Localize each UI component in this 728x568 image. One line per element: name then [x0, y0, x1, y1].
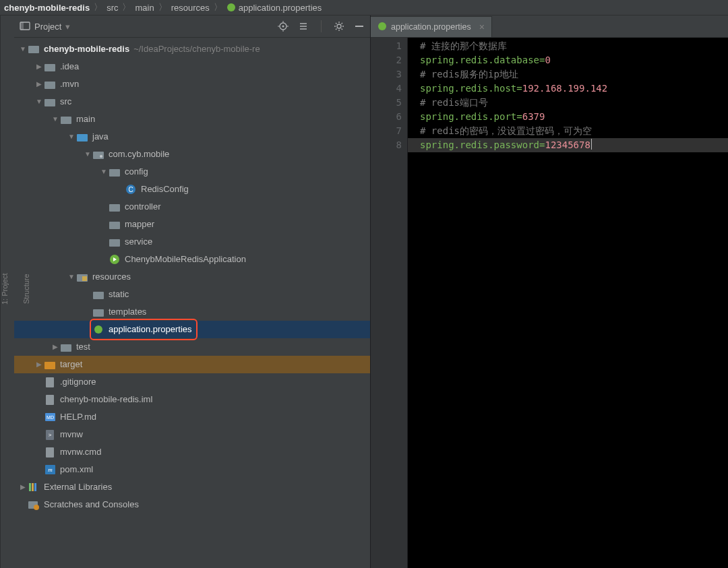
tree-file-mvnw[interactable]: > mvnw — [14, 426, 370, 443]
tree-folder-config[interactable]: ▼ config — [14, 163, 370, 181]
chevron-down-icon[interactable]: ▾ — [65, 22, 70, 32]
tree-folder-static[interactable]: static — [14, 286, 370, 303]
class-icon: C — [125, 183, 137, 195]
crumb-project[interactable]: chenyb-mobile-redis — [4, 3, 90, 13]
svg-rect-52 — [29, 483, 31, 491]
scratches-icon — [28, 499, 40, 511]
svg-point-27 — [100, 155, 102, 158]
tree-file-mvnwcmd[interactable]: mvnw.cmd — [14, 443, 370, 461]
svg-rect-32 — [109, 222, 120, 229]
source-folder-icon — [76, 131, 88, 143]
tree-folder-mapper[interactable]: mapper — [14, 216, 370, 233]
package-icon — [109, 201, 121, 213]
tab-application-properties[interactable]: application.properties × — [371, 16, 492, 37]
svg-rect-2 — [20, 22, 24, 30]
svg-rect-42 — [44, 362, 55, 369]
tool-window-rail[interactable]: 1: Project Structure — [0, 15, 14, 568]
folder-icon — [44, 96, 56, 108]
package-icon — [109, 166, 121, 178]
tree-file-iml[interactable]: chenyb-mobile-redis.iml — [14, 391, 370, 408]
tree-file-pom[interactable]: m pom.xml — [14, 461, 370, 478]
svg-rect-38 — [93, 292, 104, 299]
breadcrumb: chenyb-mobile-redis 〉 src 〉 main 〉 resou… — [0, 0, 728, 15]
tree-folder-src[interactable]: ▼ src — [14, 93, 370, 111]
svg-rect-25 — [77, 134, 88, 141]
resources-folder-icon — [76, 271, 88, 283]
svg-rect-39 — [93, 309, 104, 317]
package-icon — [109, 236, 121, 248]
gear-icon[interactable] — [334, 21, 344, 32]
svg-rect-49 — [46, 447, 54, 457]
tree-class-redisconfig[interactable]: C RedisConfig — [14, 181, 370, 198]
chevron-right-icon: 〉 — [158, 1, 167, 13]
project-header-title[interactable]: Project — [34, 22, 61, 32]
chevron-right-icon: 〉 — [94, 1, 102, 13]
tree-file-gitignore[interactable]: .gitignore — [14, 373, 370, 391]
crumb-main[interactable]: main — [135, 3, 154, 13]
svg-rect-54 — [34, 483, 36, 491]
crumb-src[interactable]: src — [107, 3, 118, 13]
tree-package[interactable]: ▼ com.cyb.mobile — [14, 146, 370, 163]
hide-icon[interactable] — [354, 21, 365, 32]
svg-line-16 — [342, 23, 343, 24]
close-icon[interactable]: × — [479, 22, 485, 32]
library-icon — [28, 481, 40, 493]
chevron-right-icon: ▶ — [34, 75, 44, 93]
tree-folder-idea[interactable]: ▶ .idea — [14, 58, 370, 75]
chevron-right-icon: 〉 — [122, 1, 131, 13]
svg-rect-41 — [61, 344, 71, 352]
svg-rect-19 — [28, 46, 39, 53]
rail-project[interactable]: 1: Project — [1, 273, 9, 304]
chevron-down-icon: ▼ — [83, 146, 92, 163]
svg-rect-22 — [44, 82, 55, 89]
tree-class-application[interactable]: ChenybMobileRedisApplication — [14, 251, 370, 268]
svg-point-9 — [337, 24, 341, 28]
file-icon — [44, 376, 56, 388]
crumb-resources[interactable]: resources — [171, 3, 210, 13]
code-editor[interactable]: 12345678 # 连接的那个数据库spring.redis.database… — [371, 38, 728, 568]
rail-structure[interactable]: Structure — [22, 274, 30, 304]
tree-folder-controller[interactable]: controller — [14, 198, 370, 216]
crumb-file[interactable]: application.properties — [226, 3, 322, 13]
tree-folder-java[interactable]: ▼ java — [14, 128, 370, 146]
svg-point-0 — [227, 3, 235, 11]
chevron-down-icon: ▼ — [18, 40, 28, 58]
spring-icon — [226, 3, 236, 12]
excluded-folder-icon — [44, 358, 56, 371]
tree-folder-test[interactable]: ▶ test — [14, 338, 370, 356]
tree-folder-main[interactable]: ▼ main — [14, 111, 370, 128]
project-header: Project ▾ — [14, 15, 370, 38]
tree-folder-service[interactable]: service — [14, 233, 370, 251]
tree-file-application-properties[interactable]: application.properties — [14, 321, 370, 338]
svg-line-17 — [336, 29, 337, 30]
tree-folder-target[interactable]: ▶ target — [14, 356, 370, 373]
svg-rect-33 — [109, 239, 120, 247]
tree-root[interactable]: ▼ chenyb-mobile-redis ~/IdeaProjects/che… — [14, 40, 370, 58]
svg-line-15 — [342, 29, 343, 30]
code-content[interactable]: # 连接的那个数据库spring.redis.database=0# redis… — [408, 38, 728, 568]
svg-rect-24 — [61, 117, 71, 124]
tree-external-libraries[interactable]: ▶ External Libraries — [14, 478, 370, 496]
project-tool-window: Project ▾ ▼ chenyb-mobile-redis ~/IdeaPr… — [14, 15, 371, 568]
tree-folder-resources[interactable]: ▼ resources — [14, 268, 370, 286]
tree-scratches[interactable]: Scratches and Consoles — [14, 496, 370, 513]
svg-text:>: > — [49, 432, 52, 438]
chevron-right-icon: ▶ — [18, 478, 28, 496]
tree-folder-mvn[interactable]: ▶ .mvn — [14, 75, 370, 93]
locate-icon[interactable] — [278, 21, 289, 32]
tree-file-help[interactable]: MD HELP.md — [14, 408, 370, 426]
maven-icon: m — [44, 464, 56, 476]
svg-rect-20 — [30, 47, 33, 50]
editor-tabs[interactable]: application.properties × — [371, 15, 728, 38]
markdown-icon: MD — [44, 411, 56, 423]
svg-rect-43 — [46, 377, 54, 387]
expand-all-icon[interactable] — [298, 21, 309, 32]
editor-area: application.properties × 12345678 # 连接的那… — [371, 15, 728, 568]
svg-point-40 — [94, 325, 102, 334]
project-tree[interactable]: ▼ chenyb-mobile-redis ~/IdeaProjects/che… — [14, 38, 370, 568]
spring-icon — [92, 323, 104, 336]
chevron-right-icon: 〉 — [214, 1, 222, 13]
chevron-down-icon: ▼ — [51, 111, 60, 128]
folder-icon — [60, 341, 72, 353]
file-icon — [44, 446, 56, 458]
